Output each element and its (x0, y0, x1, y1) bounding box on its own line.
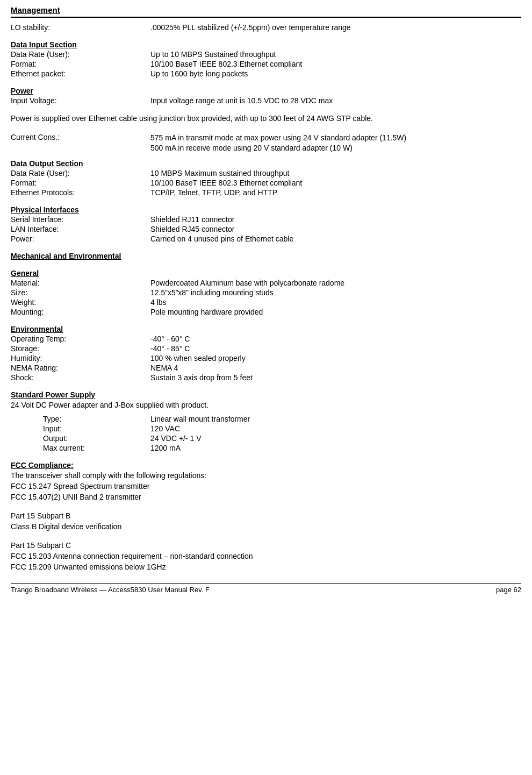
current-cons-row: Current Cons.: 575 mA in transmit mode a… (11, 133, 521, 154)
standard-power-label-3: Max current: (43, 444, 150, 452)
mechanical-environmental-title: Mechanical and Environmental (11, 252, 521, 260)
physical-value-2: Carried on 4 unused pins of Ethernet cab… (150, 234, 521, 243)
standard-power-label-2: Output: (43, 434, 150, 443)
physical-row-1: LAN Interface: Shielded RJ45 connector (11, 225, 521, 233)
standard-power-value-3: 1200 mA (150, 444, 521, 452)
current-cons-line2: 500 mA in receive mode using 20 V standa… (150, 144, 353, 152)
lo-stability-section: LO stability: .00025% PLL stabilized (+/… (11, 23, 521, 32)
standard-power-label-1: Input: (43, 424, 150, 433)
environmental-section: Environmental Operating Temp: -40° - 60°… (11, 325, 521, 382)
general-label-0: Material: (11, 279, 150, 287)
data-output-row-0: Data Rate (User): 10 MBPS Maximum sustai… (11, 169, 521, 177)
standard-power-row-2: Output: 24 VDC +/- 1 V (11, 434, 521, 443)
standard-power-row-3: Max current: 1200 mA (11, 444, 521, 452)
general-row-3: Mounting: Pole mounting hardware provide… (11, 308, 521, 316)
lo-stability-row: LO stability: .00025% PLL stabilized (+/… (11, 23, 521, 32)
part15b-line1: Part 15 Subpart B (11, 511, 70, 520)
physical-value-1: Shielded RJ45 connector (150, 225, 521, 233)
env-label-3: NEMA Rating: (11, 364, 150, 372)
physical-row-0: Serial Interface: Shielded RJ11 connecto… (11, 215, 521, 224)
standard-power-section: Standard Power Supply 24 Volt DC Power a… (11, 390, 521, 453)
data-output-label-0: Data Rate (User): (11, 169, 150, 177)
env-value-1: -40° - 85° C (150, 344, 521, 353)
standard-power-row-1: Input: 120 VAC (11, 424, 521, 433)
fcc-intro: The transceiver shall comply with the fo… (11, 471, 206, 480)
fcc-line-0: The transceiver shall comply with the fo… (11, 471, 521, 502)
data-input-row-0: Data Rate (User): Up to 10 MBPS Sustaine… (11, 50, 521, 59)
data-input-value-1: 10/100 BaseT IEEE 802.3 Ethernet complia… (150, 60, 521, 68)
general-label-2: Weight: (11, 298, 150, 307)
physical-value-0: Shielded RJ11 connector (150, 215, 521, 224)
env-row-3: NEMA Rating: NEMA 4 (11, 364, 521, 372)
env-value-4: Sustain 3 axis drop from 5 feet (150, 373, 521, 382)
physical-row-2: Power: Carried on 4 unused pins of Ether… (11, 234, 521, 243)
physical-label-0: Serial Interface: (11, 215, 150, 224)
page-footer: Trango Broadband Wireless — Access5830 U… (11, 583, 521, 594)
fcc-item-2: FCC 15.407(2) UNII Band 2 transmitter (11, 493, 141, 501)
power-voltage-label: Input Voltage: (11, 96, 150, 105)
env-row-2: Humidity: 100 % when sealed properly (11, 354, 521, 362)
fcc-compliance-title: FCC Compliance: (11, 461, 521, 470)
data-output-row-2: Ethernet Protocols: TCP/IP, Telnet, TFTP… (11, 188, 521, 197)
part15c-block: Part 15 Subpart C FCC 15.203 Antenna con… (11, 541, 521, 572)
mechanical-environmental-section: Mechanical and Environmental (11, 252, 521, 260)
data-input-title: Data Input Section (11, 40, 521, 49)
general-row-0: Material: Powdercoated Aluminum base wit… (11, 279, 521, 287)
env-label-1: Storage: (11, 344, 150, 353)
data-input-label-2: Ethernet packet: (11, 69, 150, 78)
power-title: Power (11, 87, 521, 95)
standard-power-value-2: 24 VDC +/- 1 V (150, 434, 521, 443)
physical-label-2: Power: (11, 234, 150, 243)
standard-power-title: Standard Power Supply (11, 390, 521, 399)
fcc-compliance-section: FCC Compliance: The transceiver shall co… (11, 461, 521, 572)
data-output-label-2: Ethernet Protocols: (11, 188, 150, 197)
data-input-value-0: Up to 10 MBPS Sustained throughput (150, 50, 521, 59)
env-label-4: Shock: (11, 373, 150, 382)
data-output-value-2: TCP/IP, Telnet, TFTP, UDP, and HTTP (150, 188, 521, 197)
power-voltage-row: Input Voltage: Input voltage range at un… (11, 96, 521, 105)
standard-power-intro: 24 Volt DC Power adapter and J-Box suppl… (11, 400, 521, 411)
current-cons-label: Current Cons.: (11, 133, 150, 154)
data-input-value-2: Up to 1600 byte long packets (150, 69, 521, 78)
part15b-line2: Class B Digital device verification (11, 522, 121, 531)
data-output-row-1: Format: 10/100 BaseT IEEE 802.3 Ethernet… (11, 179, 521, 187)
data-input-label-1: Format: (11, 60, 150, 68)
general-title: General (11, 269, 521, 278)
environmental-title: Environmental (11, 325, 521, 333)
general-value-1: 12.5”x5”x8” including mounting studs (150, 288, 521, 297)
general-label-3: Mounting: (11, 308, 150, 316)
footer-left: Trango Broadband Wireless — Access5830 U… (11, 586, 210, 594)
standard-power-label-0: Type: (43, 415, 150, 423)
power-voltage-value: Input voltage range at unit is 10.5 VDC … (150, 96, 521, 105)
page-container: Management LO stability: .00025% PLL sta… (0, 0, 532, 605)
data-input-section: Data Input Section Data Rate (User): Up … (11, 40, 521, 78)
data-input-label-0: Data Rate (User): (11, 50, 150, 59)
env-value-2: 100 % when sealed properly (150, 354, 521, 362)
general-row-1: Size: 12.5”x5”x8” including mounting stu… (11, 288, 521, 297)
lo-stability-label: LO stability: (11, 23, 150, 32)
fcc-item-1: FCC 15.247 Spread Spectrum transmitter (11, 482, 149, 490)
data-output-label-1: Format: (11, 179, 150, 187)
env-row-0: Operating Temp: -40° - 60° C (11, 335, 521, 343)
part15b-block: Part 15 Subpart B Class B Digital device… (11, 511, 521, 532)
page-header: Management (11, 5, 521, 18)
part15c-line2: FCC 15.203 Antenna connection requiremen… (11, 552, 253, 560)
current-cons-line1: 575 mA in transmit mode at max power usi… (150, 133, 406, 142)
data-input-row-2: Ethernet packet: Up to 1600 byte long pa… (11, 69, 521, 78)
page-title: Management (11, 5, 60, 15)
data-output-title: Data Output Section (11, 159, 521, 168)
power-paragraph: Power is supplied over Ethernet cable us… (11, 113, 521, 124)
power-section: Power Input Voltage: Input voltage range… (11, 87, 521, 105)
general-value-2: 4 lbs (150, 298, 521, 307)
footer-right: page 62 (496, 586, 521, 594)
env-row-1: Storage: -40° - 85° C (11, 344, 521, 353)
lo-stability-value: .00025% PLL stabilized (+/-2.5ppm) over … (150, 23, 521, 32)
physical-label-1: LAN Interface: (11, 225, 150, 233)
data-input-row-1: Format: 10/100 BaseT IEEE 802.3 Ethernet… (11, 60, 521, 68)
data-output-value-0: 10 MBPS Maximum sustained throughput (150, 169, 521, 177)
data-output-value-1: 10/100 BaseT IEEE 802.3 Ethernet complia… (150, 179, 521, 187)
general-section: General Material: Powdercoated Aluminum … (11, 269, 521, 316)
part15c-line1: Part 15 Subpart C (11, 541, 71, 550)
standard-power-value-1: 120 VAC (150, 424, 521, 433)
env-value-3: NEMA 4 (150, 364, 521, 372)
